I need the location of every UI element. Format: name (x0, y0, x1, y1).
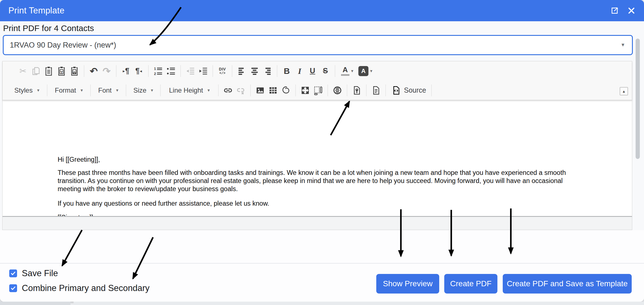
bulleted-list-button[interactable] (164, 65, 177, 78)
background-color-icon: A (358, 66, 368, 76)
combine-primary-secondary-checkbox-row[interactable]: Combine Primary and Secondary (9, 283, 150, 293)
unlink-icon (236, 85, 246, 96)
page-title: Print PDF for 4 Contacts (3, 24, 94, 33)
show-blocks-button[interactable] (312, 84, 325, 97)
text-color-button[interactable]: A ▾ (338, 65, 356, 78)
toolbar-row-2: Styles ▾ Format ▾ Font ▾ Size ▾ (3, 81, 632, 100)
text-direction-ltr-button[interactable]: ▸¶ (119, 65, 132, 78)
caret-down-icon: ▾ (116, 88, 118, 93)
paste-from-word-button[interactable]: W (68, 65, 81, 78)
insert-table-button[interactable] (267, 84, 279, 97)
toolbar-separator (277, 65, 277, 77)
line-height-dropdown[interactable]: Line Height ▾ (164, 86, 215, 94)
italic-button[interactable]: I (293, 65, 306, 78)
toolbar-separator (213, 65, 213, 77)
copy-icon (31, 66, 41, 76)
numbered-list-button[interactable]: 1 2 (152, 65, 164, 78)
select-caret-icon: ▼ (621, 42, 625, 48)
editor-content[interactable]: Hi [[Greeting]], These past three months… (3, 100, 632, 216)
pilcrow-glyph: ¶ (135, 67, 140, 75)
align-left-button[interactable] (235, 65, 248, 78)
template-document-icon (371, 85, 381, 95)
redo-button[interactable]: ↷ (100, 65, 113, 78)
document-tool-button[interactable] (350, 84, 363, 97)
numbered-list-icon: 1 2 (153, 66, 163, 76)
align-center-button[interactable] (248, 65, 261, 78)
template-select[interactable]: 1RVAO 90 Day Review - (new*) ▼ (3, 35, 633, 55)
link-icon (223, 85, 233, 96)
scrollbar-thumb[interactable] (636, 39, 640, 159)
toolbar-separator (295, 85, 296, 96)
save-file-label: Save File (22, 268, 58, 278)
toolbar-separator (90, 85, 91, 96)
scissors-icon: ✂ (19, 67, 26, 75)
save-file-checkbox-row[interactable]: Save File (9, 268, 150, 278)
editor-paragraph: If you have any questions or need furthe… (58, 200, 582, 208)
ltr-triangle: ▸ (123, 69, 125, 73)
toolbar-separator (366, 85, 366, 96)
insert-image-button[interactable] (254, 84, 267, 97)
loop-icon (281, 85, 291, 95)
increase-indent-button[interactable] (197, 65, 210, 78)
loop-shape-button[interactable] (279, 84, 292, 97)
text-color-icon: A (341, 66, 349, 76)
dialog-title: Print Template (8, 6, 64, 16)
editor-bottom-bar (3, 216, 632, 230)
paste-as-text-button[interactable]: T (55, 65, 68, 78)
unlink-button[interactable] (234, 84, 247, 97)
checkbox-checked-icon[interactable] (9, 284, 17, 292)
paste-icon (44, 66, 54, 76)
toolbar-separator (347, 85, 347, 96)
dialog-header: Print Template (0, 0, 644, 21)
footer-divider (0, 263, 644, 264)
paste-word-letter: W (68, 71, 81, 75)
div-container-button[interactable]: DIV </> (216, 65, 229, 78)
create-pdf-save-template-button[interactable]: Create PDF and Save as Template (503, 274, 632, 294)
link-button[interactable] (222, 84, 234, 97)
strikethrough-button[interactable]: S (319, 65, 332, 78)
background-strip (74, 302, 644, 305)
toolbar-separator (116, 65, 116, 77)
undo-button[interactable]: ↶ (87, 65, 100, 78)
copy-button[interactable] (29, 65, 42, 78)
maximize-button[interactable] (299, 84, 312, 97)
open-in-new-window-icon[interactable] (610, 6, 619, 15)
image-icon (255, 85, 265, 95)
decrease-indent-button[interactable] (184, 65, 197, 78)
styles-dropdown[interactable]: Styles ▾ (10, 86, 44, 94)
align-right-icon (263, 66, 272, 76)
caret-down-icon: ▾ (351, 68, 353, 74)
bulleted-list-icon (166, 66, 176, 76)
bold-icon: B (284, 66, 290, 76)
close-icon[interactable] (627, 6, 636, 15)
checkbox-checked-icon[interactable] (9, 269, 17, 277)
format-dropdown[interactable]: Format ▾ (50, 86, 87, 94)
font-dropdown[interactable]: Font ▾ (94, 86, 123, 94)
div-container-icon: DIV </> (219, 67, 226, 75)
size-label: Size (133, 86, 147, 94)
underline-button[interactable]: U (306, 65, 319, 78)
paste-button[interactable] (42, 65, 55, 78)
toolbar-separator (218, 85, 218, 96)
line-height-label: Line Height (169, 86, 203, 94)
bold-button[interactable]: B (280, 65, 293, 78)
editor-frame: ✂ (2, 61, 632, 230)
show-preview-button[interactable]: Show Preview (376, 274, 439, 294)
collapse-toolbar-button[interactable]: ▲ (620, 87, 628, 95)
ai-assist-button[interactable] (331, 84, 344, 97)
rtl-triangle: ◂ (140, 69, 142, 73)
create-pdf-button[interactable]: Create PDF (444, 274, 497, 294)
toolbar-separator (386, 85, 386, 96)
pilcrow-glyph: ¶ (125, 67, 129, 75)
source-label: Source (404, 86, 426, 94)
source-button[interactable]: Source (389, 85, 428, 95)
toolbar-separator (148, 65, 149, 77)
brain-icon (332, 85, 342, 95)
background-color-button[interactable]: A ▾ (356, 65, 375, 78)
cut-button[interactable]: ✂ (17, 65, 29, 78)
editor-toolbar: ✂ (3, 61, 632, 100)
text-direction-rtl-button[interactable]: ¶◂ (132, 65, 145, 78)
templates-button[interactable] (370, 84, 382, 97)
align-right-button[interactable] (261, 65, 274, 78)
size-dropdown[interactable]: Size ▾ (129, 86, 157, 94)
